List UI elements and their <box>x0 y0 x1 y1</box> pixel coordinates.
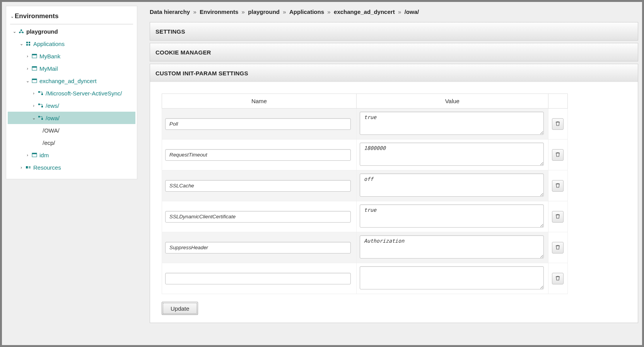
breadcrumb-item[interactable]: /owa/ <box>405 9 419 15</box>
trash-icon <box>555 182 560 189</box>
param-name-input[interactable] <box>165 118 351 130</box>
divider <box>10 24 133 24</box>
delete-row-button[interactable] <box>552 242 564 253</box>
chevron-right-icon: › <box>19 165 24 170</box>
tree-item-label: Resources <box>33 164 61 171</box>
panel-title: CUSTOM INIT-PARAM SETTINGS <box>155 70 248 77</box>
delete-row-button[interactable] <box>552 118 564 130</box>
param-name-input[interactable] <box>165 149 351 161</box>
app-icon <box>31 153 38 157</box>
delete-row-button[interactable] <box>552 211 564 223</box>
breadcrumb-separator: » <box>326 9 334 15</box>
chevron-down-icon: ⌄ <box>19 41 24 46</box>
panel-cookie: COOKIE MANAGER <box>150 43 638 61</box>
tree-item-label: idm <box>39 152 49 158</box>
route-icon <box>37 116 44 120</box>
param-value-input[interactable] <box>360 112 544 135</box>
trash-icon <box>555 151 560 158</box>
tree-app-mybank[interactable]: › MyBank <box>8 50 135 62</box>
panel-title: SETTINGS <box>155 28 185 35</box>
param-name-input[interactable] <box>165 273 351 284</box>
column-header-actions <box>548 94 567 109</box>
app-icon <box>31 78 38 83</box>
breadcrumb-separator: » <box>396 9 405 15</box>
chevron-right-icon: › <box>31 91 36 95</box>
tree-environment-playground[interactable]: ⌄ playground <box>8 25 135 37</box>
apps-icon <box>25 41 32 46</box>
panel-header-settings[interactable]: SETTINGS <box>150 22 638 40</box>
breadcrumb-item[interactable]: exchange_ad_dyncert <box>334 9 395 15</box>
panel-title: COOKIE MANAGER <box>155 49 211 56</box>
chevron-right-icon: › <box>25 66 30 71</box>
tree-item-label: /ecp/ <box>43 139 55 146</box>
column-header-value: Value <box>356 94 548 109</box>
chevron-down-icon: ⌄ <box>9 14 15 19</box>
tree-resources[interactable]: › Resources <box>8 161 135 174</box>
chevron-down-icon: ⌄ <box>31 116 36 121</box>
tree-item-label: /ews/ <box>46 102 59 109</box>
breadcrumb-separator: » <box>281 9 289 15</box>
trash-icon <box>555 213 560 220</box>
tree-item-label: /OWA/ <box>43 127 60 134</box>
param-value-input[interactable] <box>360 204 544 228</box>
trash-icon <box>555 244 560 251</box>
tree-item-label: Applications <box>33 41 65 47</box>
panel-header-cookie[interactable]: COOKIE MANAGER <box>150 43 638 61</box>
param-value-input[interactable] <box>360 235 544 259</box>
breadcrumb-item[interactable]: Environments <box>200 9 238 15</box>
tree-item-label: MyMail <box>39 65 58 72</box>
route-icon <box>37 103 44 108</box>
table-row <box>162 170 568 201</box>
tree-app-exchange[interactable]: ⌄ exchange_ad_dyncert <box>8 75 135 87</box>
tree-app-mymail[interactable]: › MyMail <box>8 62 135 75</box>
param-name-input[interactable] <box>165 180 351 192</box>
delete-row-button[interactable] <box>552 273 564 284</box>
breadcrumb-item[interactable]: playground <box>248 9 280 15</box>
tree-item-label: exchange_ad_dyncert <box>39 78 97 84</box>
breadcrumb-separator: » <box>240 9 248 15</box>
delete-row-button[interactable] <box>552 180 564 192</box>
route-icon <box>37 91 44 95</box>
param-value-input[interactable] <box>360 143 544 166</box>
tree-item-label: /Microsoft-Server-ActiveSync/ <box>46 90 122 97</box>
breadcrumb-item[interactable]: Applications <box>289 9 324 15</box>
param-name-input[interactable] <box>165 242 351 253</box>
tree-route-ecp[interactable]: /ecp/ <box>8 136 135 149</box>
breadcrumb-separator: » <box>191 9 200 15</box>
tree-section-environments[interactable]: ⌄ Environments <box>8 10 135 22</box>
update-button[interactable]: Update <box>162 302 198 315</box>
chevron-down-icon: ⌄ <box>12 29 17 34</box>
tree-panel: ⌄ Environments ⌄ playground ⌄ Applicatio… <box>6 6 137 179</box>
tree-item-label: playground <box>26 28 58 35</box>
chevron-right-icon: › <box>31 103 36 108</box>
app-icon <box>31 54 38 58</box>
tree-route-activesync[interactable]: › /Microsoft-Server-ActiveSync/ <box>8 87 135 99</box>
column-header-name: Name <box>162 94 357 109</box>
table-row <box>162 139 568 170</box>
tree-section-label: Environments <box>15 12 58 20</box>
app-icon <box>31 66 38 71</box>
table-row <box>162 201 568 232</box>
table-row <box>162 263 568 294</box>
chevron-right-icon: › <box>25 153 30 157</box>
param-value-input[interactable] <box>360 174 544 197</box>
table-row <box>162 109 568 139</box>
init-param-table: Name Value <box>162 94 568 294</box>
tree-applications[interactable]: ⌄ Applications <box>8 37 135 50</box>
panel-settings: SETTINGS <box>150 22 638 41</box>
param-value-input[interactable] <box>360 266 544 289</box>
tree-route-owa-upper[interactable]: /OWA/ <box>8 124 135 136</box>
breadcrumb-item[interactable]: Data hierarchy <box>150 9 190 15</box>
breadcrumb: Data hierarchy » Environments » playgrou… <box>150 9 638 15</box>
tree-route-ews[interactable]: › /ews/ <box>8 99 135 112</box>
tree-route-owa[interactable]: ⌄ /owa/ <box>8 112 135 124</box>
chevron-right-icon: › <box>25 54 30 58</box>
delete-row-button[interactable] <box>552 149 564 161</box>
trash-icon <box>555 275 560 282</box>
panel-custom-init-param: CUSTOM INIT-PARAM SETTINGS Name Value Up… <box>150 64 638 323</box>
tree-item-label: /owa/ <box>46 115 60 121</box>
param-name-input[interactable] <box>165 211 351 223</box>
table-row <box>162 232 568 263</box>
tree-app-idm[interactable]: › idm <box>8 149 135 161</box>
panel-header-custom[interactable]: CUSTOM INIT-PARAM SETTINGS <box>150 64 638 82</box>
